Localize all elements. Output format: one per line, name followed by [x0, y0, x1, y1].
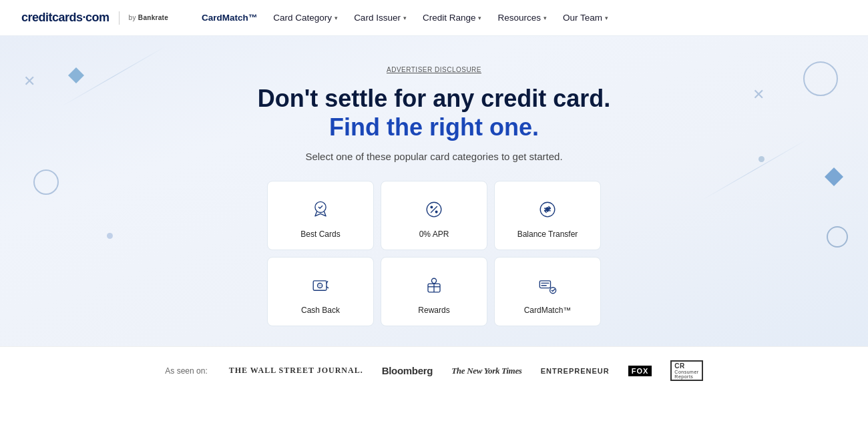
nav-link-card-issuer[interactable]: Card Issuer ▾	[347, 9, 413, 27]
chevron-down-icon: ▾	[544, 15, 547, 21]
category-card-rewards[interactable]: Rewards	[381, 257, 487, 326]
hero-title-line1: Don't settle for any credit card.	[258, 85, 611, 112]
nav-item-cardmatch[interactable]: CardMatch™	[195, 9, 264, 27]
hero-subtitle: Select one of these popular card categor…	[13, 151, 855, 162]
bankrate-text: Bankrate	[138, 14, 168, 21]
nav-item-card-category[interactable]: Card Category ▾	[266, 9, 345, 27]
media-logo-fox: FOX	[628, 366, 652, 376]
media-logo-entrepreneur: Entrepreneur	[541, 367, 610, 375]
nav-label-card-category: Card Category	[273, 13, 332, 23]
nav-link-card-category[interactable]: Card Category ▾	[266, 9, 345, 27]
category-label-rewards: Rewards	[418, 306, 449, 315]
category-card-best-cards[interactable]: Best Cards	[267, 181, 374, 250]
cash-back-icon	[307, 272, 334, 299]
rewards-icon	[421, 272, 447, 299]
logo-bankrate: by Bankrate	[129, 14, 168, 21]
category-card-cash-back[interactable]: Cash Back	[267, 257, 374, 326]
advertiser-disclosure-link[interactable]: ADVERTISER DISCLOSURE	[387, 66, 481, 73]
nav-links: CardMatch™ Card Category ▾ Card Issuer ▾…	[195, 9, 615, 27]
nav-item-our-team[interactable]: Our Team ▾	[556, 9, 615, 27]
logo-divider	[119, 11, 120, 25]
svg-rect-8	[313, 281, 327, 290]
nav-label-resources: Resources	[497, 13, 541, 23]
logo[interactable]: creditcards·com by Bankrate	[21, 11, 168, 25]
chevron-down-icon: ▾	[403, 15, 407, 21]
nav-link-our-team[interactable]: Our Team ▾	[556, 9, 615, 27]
as-seen-on-label: As seen on:	[165, 366, 207, 376]
category-label-balance-transfer: Balance Transfer	[517, 230, 578, 239]
nav-item-credit-range[interactable]: Credit Range ▾	[416, 9, 489, 27]
category-card-cardmatch[interactable]: CardMatch™	[494, 257, 601, 326]
chevron-down-icon: ▾	[605, 15, 608, 21]
hero-section: ✕ ✕ ADVERTISER DISCLOSURE Don't settle f…	[0, 36, 868, 346]
logo-brand: creditcards·com	[21, 11, 110, 25]
nav-link-resources[interactable]: Resources ▾	[491, 9, 554, 27]
media-logos-container: THE WALL STREET JOURNAL. Bloomberg The N…	[229, 360, 703, 381]
category-card-apr[interactable]: 0% APR	[381, 181, 487, 250]
svg-rect-11	[539, 281, 550, 288]
award-icon	[307, 196, 334, 223]
nav-link-cardmatch[interactable]: CardMatch™	[195, 9, 264, 27]
nav-label-card-issuer: Card Issuer	[354, 13, 401, 23]
category-label-best-cards: Best Cards	[300, 230, 340, 239]
cardmatch-icon	[534, 272, 561, 299]
hero-title-line2: Find the right one.	[329, 113, 539, 141]
percent-circle-icon	[421, 196, 447, 223]
nav-item-resources[interactable]: Resources ▾	[491, 9, 554, 27]
as-seen-on-bar: As seen on: THE WALL STREET JOURNAL. Blo…	[0, 346, 868, 394]
svg-marker-0	[68, 67, 84, 83]
navbar: creditcards·com by Bankrate CardMatch™ C…	[0, 0, 868, 36]
balance-transfer-icon: $	[534, 196, 561, 223]
hero-title: Don't settle for any credit card. Find t…	[13, 84, 855, 141]
chevron-down-icon: ▾	[335, 15, 338, 21]
category-label-cash-back: Cash Back	[301, 306, 340, 315]
bottom-section: The tools you need. The advice you want.…	[0, 394, 868, 427]
media-logo-bloomberg: Bloomberg	[382, 365, 433, 376]
nav-link-credit-range[interactable]: Credit Range ▾	[416, 9, 489, 27]
nav-label-our-team: Our Team	[563, 13, 602, 23]
logo-com: com	[85, 11, 110, 24]
media-logo-wsj: THE WALL STREET JOURNAL.	[229, 366, 363, 376]
svg-point-5	[435, 211, 437, 214]
category-label-cardmatch: CardMatch™	[524, 306, 572, 315]
category-label-apr: 0% APR	[419, 230, 449, 239]
category-cards-grid: Best Cards 0% APR $	[13, 181, 855, 326]
media-logo-cr: CR ConsumerReports	[670, 360, 702, 381]
logo-text: creditcards	[21, 11, 83, 24]
category-card-balance-transfer[interactable]: $ Balance Transfer	[494, 181, 601, 250]
nav-item-card-issuer[interactable]: Card Issuer ▾	[347, 9, 413, 27]
chevron-down-icon: ▾	[478, 15, 481, 21]
svg-text:$: $	[546, 207, 549, 212]
nav-label-credit-range: Credit Range	[423, 13, 476, 23]
svg-point-4	[431, 206, 433, 208]
media-logo-nyt: The New York Times	[451, 366, 521, 376]
